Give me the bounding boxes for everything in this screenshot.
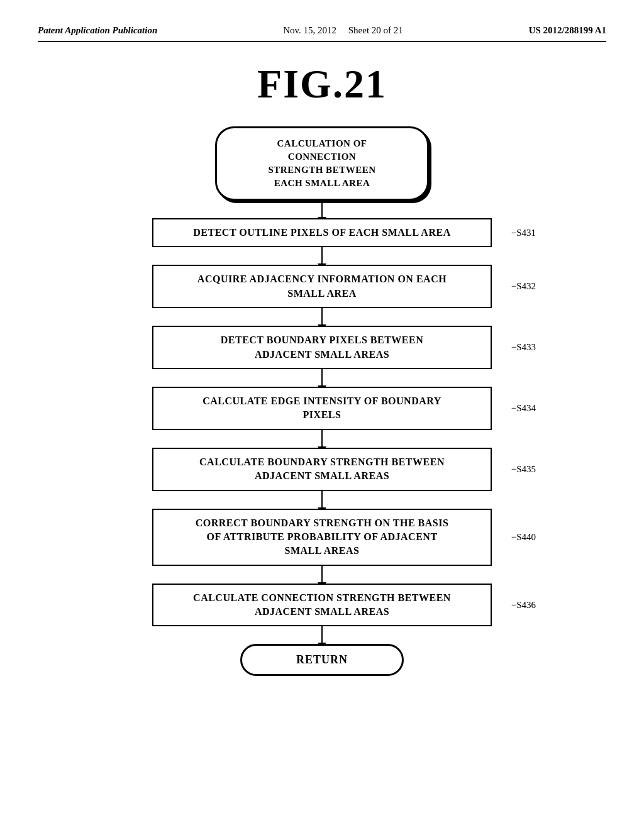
figure-title: FIG.21 [38,61,606,108]
arrow-7 [321,566,323,584]
sheet: Sheet 20 of 21 [348,25,403,35]
box-s433: DETECT BOUNDARY PIXELS BETWEENADJACENT S… [152,326,492,369]
label-s435: −S435 [511,464,536,475]
label-s434: −S434 [511,403,536,414]
return-node: RETURN [146,644,498,676]
box-s436: CALCULATE CONNECTION STRENGTH BETWEENADJ… [152,584,492,627]
node-s435: CALCULATE BOUNDARY STRENGTH BETWEENADJAC… [146,448,498,491]
return-box: RETURN [240,644,404,676]
start-box: CALCULATION OFCONNECTIONSTRENGTH BETWEEN… [215,126,429,201]
box-s435: CALCULATE BOUNDARY STRENGTH BETWEENADJAC… [152,448,492,491]
patent-number: US 2012/288199 A1 [529,25,606,36]
box-s440: CORRECT BOUNDARY STRENGTH ON THE BASISOF… [152,509,492,566]
date: Nov. 15, 2012 [283,25,336,35]
arrow-4 [321,369,323,387]
page: Patent Application Publication Nov. 15, … [0,0,644,830]
label-s432: −S432 [511,281,536,292]
publication-label: Patent Application Publication [38,25,157,36]
start-node: CALCULATION OFCONNECTIONSTRENGTH BETWEEN… [146,126,498,201]
node-s436: CALCULATE CONNECTION STRENGTH BETWEENADJ… [146,584,498,627]
label-s440: −S440 [511,532,536,543]
box-s434: CALCULATE EDGE INTENSITY OF BOUNDARYPIXE… [152,387,492,430]
node-s434: CALCULATE EDGE INTENSITY OF BOUNDARYPIXE… [146,387,498,430]
arrow-8 [321,626,323,644]
arrow-2 [321,247,323,265]
label-s436: −S436 [511,600,536,611]
arrow-1 [321,201,323,218]
node-s432: ACQUIRE ADJACENCY INFORMATION ON EACHSMA… [146,265,498,308]
label-s433: −S433 [511,342,536,353]
node-s440: CORRECT BOUNDARY STRENGTH ON THE BASISOF… [146,509,498,566]
box-s431: DETECT OUTLINE PIXELS OF EACH SMALL AREA [152,218,492,247]
node-s433: DETECT BOUNDARY PIXELS BETWEENADJACENT S… [146,326,498,369]
date-sheet: Nov. 15, 2012 Sheet 20 of 21 [283,25,403,36]
arrow-6 [321,491,323,509]
arrow-5 [321,430,323,448]
node-s431: DETECT OUTLINE PIXELS OF EACH SMALL AREA… [146,218,498,247]
flowchart: CALCULATION OFCONNECTIONSTRENGTH BETWEEN… [102,126,542,676]
label-s431: −S431 [511,228,536,238]
page-header: Patent Application Publication Nov. 15, … [38,25,606,42]
box-s432: ACQUIRE ADJACENCY INFORMATION ON EACHSMA… [152,265,492,308]
arrow-3 [321,308,323,326]
